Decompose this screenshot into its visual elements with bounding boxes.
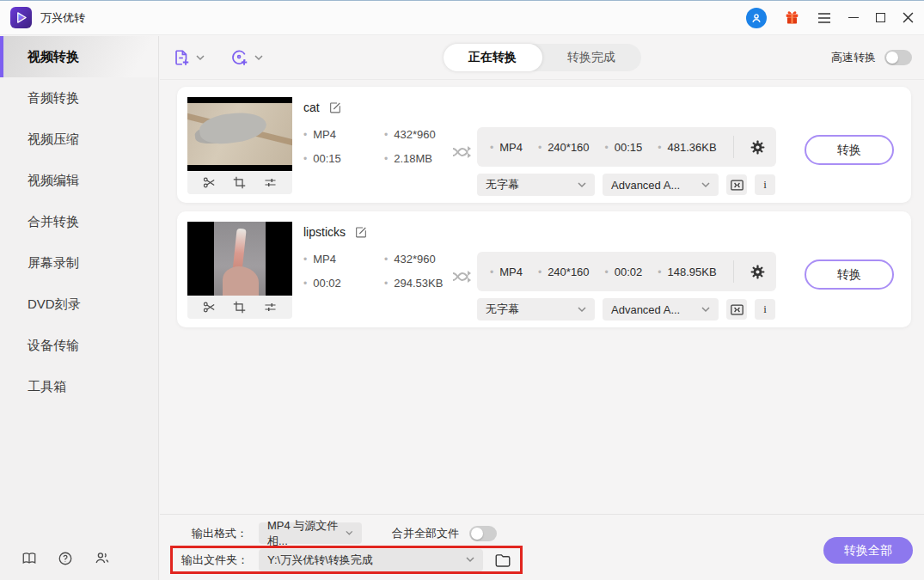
rename-icon[interactable] <box>354 225 368 239</box>
source-resolution: 432*960 <box>384 253 448 266</box>
file-row: lipsticks MP4 432*960 00:02 294.53KB <box>177 211 911 327</box>
app-logo-icon <box>10 7 32 28</box>
file-name: lipsticks <box>303 225 346 239</box>
audio-dropdown[interactable]: Advanced A... <box>603 174 719 196</box>
sidebar-item-video-compress[interactable]: 视频压缩 <box>0 119 158 160</box>
maximize-icon[interactable] <box>876 13 885 22</box>
tab-converting[interactable]: 正在转换 <box>444 44 542 71</box>
subtitle-dropdown[interactable]: 无字幕 <box>477 174 595 196</box>
output-format-dropdown[interactable]: MP4 与源文件相... <box>259 522 362 544</box>
output-folder-annotation-box: 输出文件夹： Y:\万兴优转\转换完成 <box>170 546 523 574</box>
status-tabs: 正在转换 转换完成 <box>444 44 641 71</box>
titlebar: 万兴优转 <box>0 1 924 35</box>
subtitle-dropdown[interactable]: 无字幕 <box>477 298 595 321</box>
convert-button[interactable]: 转换 <box>805 135 894 165</box>
add-file-button[interactable] <box>172 48 205 67</box>
target-format: MP4 <box>490 266 523 278</box>
high-speed-toggle[interactable] <box>884 50 912 65</box>
trim-icon[interactable] <box>201 174 218 192</box>
source-size: 2.18MB <box>384 152 448 165</box>
source-format: MP4 <box>303 253 384 266</box>
convert-all-button[interactable]: 转换全部 <box>823 537 913 564</box>
video-thumbnail <box>187 97 292 171</box>
crop-icon[interactable] <box>231 174 248 192</box>
sidebar-item-toolbox[interactable]: 工具箱 <box>0 366 158 407</box>
info-icon[interactable]: i <box>755 299 775 320</box>
output-format-label: 输出格式： <box>192 526 248 541</box>
sidebar-item-screen-record[interactable]: 屏幕录制 <box>0 242 158 284</box>
target-size: 148.95KB <box>658 266 716 278</box>
target-resolution: 240*160 <box>538 266 590 278</box>
sidebar: 视频转换 音频转换 视频压缩 视频编辑 合并转换 屏幕录制 DVD刻录 设备传输… <box>0 36 159 580</box>
chevron-down-icon <box>254 55 263 61</box>
merge-all-toggle[interactable] <box>469 526 497 541</box>
community-icon[interactable] <box>94 550 110 566</box>
target-duration: 00:02 <box>605 266 643 278</box>
toolbar: 正在转换 转换完成 高速转换 <box>160 36 924 80</box>
chevron-down-icon <box>578 307 586 313</box>
target-resolution: 240*160 <box>538 141 590 154</box>
tab-converted[interactable]: 转换完成 <box>542 44 641 71</box>
trim-icon[interactable] <box>201 299 218 316</box>
convert-direction-icon <box>448 143 477 162</box>
menu-icon[interactable] <box>817 12 831 24</box>
convert-direction-icon <box>448 267 477 286</box>
chevron-down-icon <box>701 182 710 188</box>
output-folder-label: 输出文件夹： <box>181 553 248 568</box>
rename-icon[interactable] <box>328 101 342 114</box>
source-resolution: 432*960 <box>384 128 448 141</box>
sidebar-item-device-transfer[interactable]: 设备传输 <box>0 325 158 366</box>
add-dvd-button[interactable] <box>230 48 263 67</box>
settings-gear-icon[interactable] <box>750 264 766 280</box>
chevron-down-icon <box>196 55 205 61</box>
output-settings-bar: 输出格式： MP4 与源文件相... 合并全部文件 输出文件夹： Y:\万兴优转… <box>160 514 924 580</box>
sidebar-item-dvd-burn[interactable]: DVD刻录 <box>0 284 158 325</box>
source-duration: 00:15 <box>303 152 384 165</box>
source-format: MP4 <box>303 128 384 141</box>
crop-icon[interactable] <box>231 299 248 316</box>
compress-icon[interactable] <box>726 174 747 195</box>
merge-all-label: 合并全部文件 <box>392 526 459 541</box>
settings-gear-icon[interactable] <box>750 139 766 156</box>
effects-icon[interactable] <box>261 174 278 192</box>
open-folder-icon[interactable] <box>493 551 512 570</box>
app-window: 万兴优转 <box>0 0 924 580</box>
compress-icon[interactable] <box>726 299 747 320</box>
target-format: MP4 <box>490 141 523 154</box>
convert-button[interactable]: 转换 <box>805 259 894 290</box>
app-title: 万兴优转 <box>40 10 85 26</box>
chevron-down-icon <box>701 307 710 313</box>
target-duration: 00:15 <box>605 141 643 154</box>
file-row: cat MP4 432*960 00:15 2.18MB <box>177 87 911 203</box>
sidebar-item-video-convert[interactable]: 视频转换 <box>0 36 158 77</box>
chevron-down-icon <box>466 557 474 563</box>
high-speed-label: 高速转换 <box>831 50 876 65</box>
output-folder-dropdown[interactable]: Y:\万兴优转\转换完成 <box>259 549 483 571</box>
sidebar-item-audio-convert[interactable]: 音频转换 <box>0 77 158 119</box>
user-account-icon[interactable] <box>746 8 767 28</box>
source-size: 294.53KB <box>384 277 448 290</box>
target-size: 481.36KB <box>658 141 716 154</box>
file-name: cat <box>303 101 320 114</box>
effects-icon[interactable] <box>261 299 278 316</box>
main-area: 正在转换 转换完成 高速转换 <box>160 36 924 580</box>
close-icon[interactable] <box>903 12 914 23</box>
audio-dropdown[interactable]: Advanced A... <box>603 298 719 321</box>
target-info-box: MP4 240*160 00:02 148.95KB <box>477 252 776 291</box>
target-info-box: MP4 240*160 00:15 481.36KB <box>477 127 776 167</box>
source-duration: 00:02 <box>303 277 384 290</box>
sidebar-item-video-edit[interactable]: 视频编辑 <box>0 160 158 201</box>
chevron-down-icon <box>578 182 586 188</box>
minimize-icon[interactable] <box>848 17 859 18</box>
gift-icon[interactable] <box>784 9 800 26</box>
tutorial-book-icon[interactable] <box>21 551 37 566</box>
task-list: cat MP4 432*960 00:15 2.18MB <box>160 80 924 514</box>
help-icon[interactable] <box>58 551 73 566</box>
info-icon[interactable]: i <box>755 174 775 195</box>
chevron-down-icon <box>346 530 353 536</box>
sidebar-item-merge-convert[interactable]: 合并转换 <box>0 201 158 242</box>
video-thumbnail <box>187 222 292 296</box>
